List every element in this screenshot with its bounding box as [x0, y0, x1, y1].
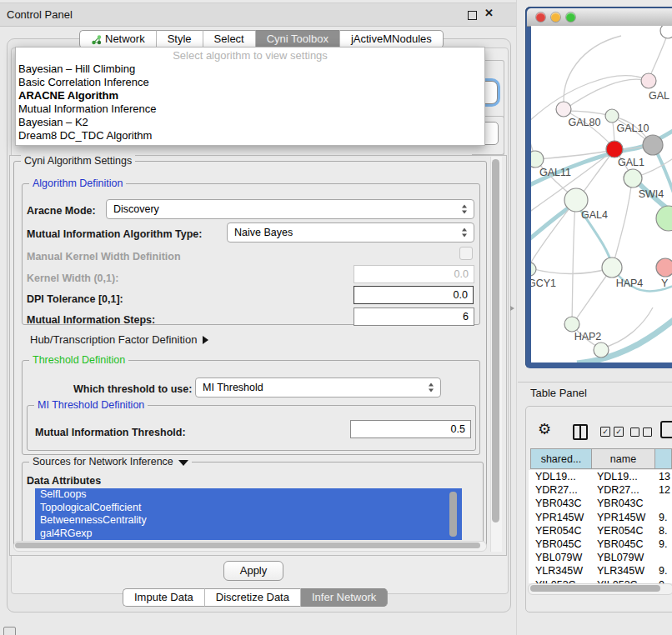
- group-title: Threshold Definition: [29, 354, 128, 366]
- list-item-selfloops[interactable]: SelfLoops: [35, 488, 462, 502]
- node-gal1[interactable]: [606, 141, 623, 158]
- dpi-tolerance-field[interactable]: 0.0: [354, 286, 474, 304]
- network-icon: [91, 34, 102, 45]
- mi-threshold-field[interactable]: 0.5: [350, 420, 471, 438]
- network-canvas[interactable]: GALGAL80GAL10GAL1GAL11SWI4GAL4GCY1HAP4YH…: [531, 26, 672, 362]
- table-row[interactable]: YBL079WYBL079W: [529, 551, 672, 564]
- node-gal80[interactable]: [556, 102, 571, 117]
- data-attributes-list[interactable]: SelfLoopsTopologicalCoefficientBetweenne…: [35, 488, 462, 540]
- algorithm-dropdown-popup: Select algorithm to view settings Bayesi…: [15, 47, 485, 146]
- table-cell: 8.: [659, 524, 667, 538]
- table-cell: YLR345W: [535, 564, 583, 578]
- hub-definition-toggle[interactable]: Hub/Transcription Factor Definition: [30, 333, 208, 346]
- table-cell: YBL079W: [597, 551, 644, 564]
- node-hap4[interactable]: [602, 258, 622, 278]
- manual-kernel-checkbox[interactable]: [459, 247, 473, 260]
- table-row[interactable]: YDR27...YDR27...12: [529, 483, 672, 497]
- combo-stepper-icon: [462, 205, 468, 214]
- list-item-gal4rgexp[interactable]: gal4RGexp: [35, 528, 462, 541]
- table-horizontal-scrollbar-thumb[interactable]: [530, 585, 660, 592]
- table-row[interactable]: YER054CYER054C8.: [529, 524, 672, 538]
- network-edge: [564, 79, 648, 110]
- which-threshold-combo[interactable]: MI Threshold: [195, 378, 441, 398]
- list-item-topologicalcoefficient[interactable]: TopologicalCoefficient: [35, 502, 462, 515]
- mi-steps-field[interactable]: 6: [354, 308, 474, 326]
- unchecked-box-icon[interactable]: [643, 428, 652, 437]
- column-header-name[interactable]: name: [591, 448, 655, 469]
- data-attributes-label: Data Attributes: [27, 475, 101, 487]
- tab-cyni-toolbox[interactable]: Cyni Toolbox: [255, 30, 339, 48]
- node-gray[interactable]: [643, 135, 663, 155]
- tab-discretize-data[interactable]: Discretize Data: [204, 588, 300, 607]
- column-header-partial[interactable]: [654, 448, 672, 469]
- tab-network[interactable]: Network: [79, 30, 156, 48]
- close-icon[interactable]: ✕: [484, 7, 494, 19]
- column-header-shared[interactable]: shared...: [530, 448, 592, 469]
- node-gcy1[interactable]: [531, 262, 536, 276]
- dropdown-option-mutual-information-inference[interactable]: Mutual Information Inference: [16, 102, 484, 116]
- list-item-betweennesscentrality[interactable]: BetweennessCentrality: [35, 514, 462, 528]
- bottom-tabs: Impute DataDiscretize DataInfer Network: [123, 588, 388, 607]
- new-table-icon[interactable]: [660, 421, 672, 438]
- combo-stepper-icon: [429, 383, 434, 392]
- aracne-mode-combo[interactable]: Discovery: [106, 199, 474, 219]
- node-gal10[interactable]: [605, 109, 619, 122]
- tab-infer-network[interactable]: Infer Network: [300, 588, 388, 607]
- node-gal11[interactable]: [531, 151, 544, 168]
- node-gal-pink[interactable]: [641, 73, 656, 88]
- dropdown-option-basic-correlation-inference[interactable]: Basic Correlation Inference: [16, 76, 484, 89]
- dropdown-option-dream8-dc-tdc-algorithm[interactable]: Dream8 DC_TDC Algorithm: [16, 129, 484, 142]
- table-row[interactable]: YBR045CYBR045C9.: [529, 538, 672, 551]
- table-cell: YDL19...: [597, 470, 638, 483]
- dropdown-option-bayesian-hill-climbing[interactable]: Bayesian – Hill Climbing: [16, 62, 484, 76]
- table-row[interactable]: YLR345WYLR345W9.: [529, 564, 672, 578]
- node-swi4[interactable]: [624, 169, 642, 188]
- collapsed-arrow-icon[interactable]: [203, 336, 208, 344]
- tab-impute-data[interactable]: Impute Data: [123, 588, 204, 607]
- node-big-green[interactable]: [656, 206, 672, 231]
- network-window-titlebar[interactable]: [527, 8, 672, 27]
- unchecked-box-icon[interactable]: [630, 428, 639, 437]
- table-cell: YDR27...: [535, 483, 578, 497]
- float-window-icon[interactable]: [468, 11, 477, 20]
- splitter-arrow-icon[interactable]: [510, 306, 514, 311]
- checked-box-icon[interactable]: ✓: [600, 427, 610, 437]
- mi-type-combo[interactable]: Naive Bayes: [227, 222, 474, 242]
- dpi-tolerance-label: DPI Tolerance [0,1]:: [27, 293, 123, 305]
- zoom-traffic-light-icon[interactable]: [566, 12, 575, 22]
- settings-vertical-scrollbar-thumb[interactable]: [492, 159, 499, 522]
- table-row[interactable]: YBR043CYBR043C: [529, 497, 672, 510]
- dropdown-option-aracne-algorithm[interactable]: ARACNE Algorithm: [16, 89, 484, 102]
- gear-icon[interactable]: ⚙: [538, 422, 551, 437]
- table-cell: 12: [659, 483, 670, 497]
- list-scrollbar-thumb[interactable]: [449, 492, 457, 537]
- network-edge: [531, 268, 610, 274]
- tab-style[interactable]: Style: [156, 30, 203, 48]
- node-hap2[interactable]: [564, 317, 579, 332]
- close-traffic-light-icon[interactable]: [536, 12, 545, 22]
- tab-jactivemnodules[interactable]: jActiveMNodules: [339, 30, 444, 48]
- table-row[interactable]: YDL19...YDL19...13: [529, 470, 672, 483]
- apply-button[interactable]: Apply: [223, 561, 283, 581]
- mi-type-label: Mutual Information Algorithm Type:: [27, 228, 202, 240]
- table-cell: YDR27...: [597, 483, 639, 497]
- horizontal-scrollbar-thumb[interactable]: [15, 542, 480, 548]
- table-rows[interactable]: YDL19...YDL19...13YDR27...YDR27...12YBR0…: [529, 470, 672, 583]
- panel-grip-icon[interactable]: [3, 627, 16, 635]
- expanded-arrow-icon[interactable]: [178, 460, 188, 466]
- checked-box-icon[interactable]: ✓: [614, 427, 624, 437]
- node-label-gal1: GAL1: [618, 157, 644, 168]
- kernel-width-field[interactable]: 0.0: [354, 265, 474, 283]
- node-label-gal11: GAL11: [539, 167, 571, 178]
- node-top-partial[interactable]: [660, 26, 672, 38]
- table-row[interactable]: YPR145WYPR145W9.: [529, 511, 672, 524]
- node-salmon[interactable]: [656, 258, 672, 277]
- dropdown-option-bayesian-k2[interactable]: Bayesian – K2: [16, 116, 484, 129]
- columns-icon[interactable]: [573, 424, 588, 440]
- node-gal4[interactable]: [564, 188, 588, 212]
- node-label-gcy1: GCY1: [531, 278, 556, 289]
- minimize-traffic-light-icon[interactable]: [551, 12, 560, 22]
- tab-select[interactable]: Select: [203, 30, 255, 48]
- node-label-hap2: HAP2: [574, 331, 602, 342]
- node-bottom-partial[interactable]: [594, 342, 609, 358]
